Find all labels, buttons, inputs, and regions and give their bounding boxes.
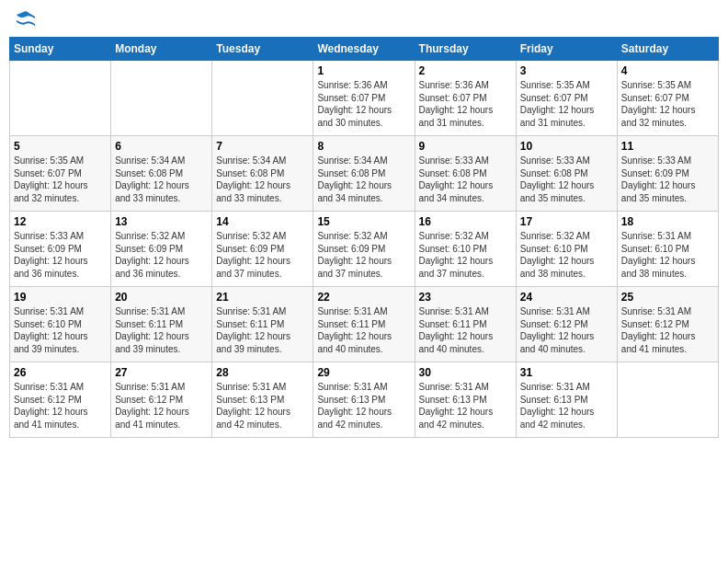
day-info: Sunrise: 5:34 AM Sunset: 6:08 PM Dayligh…: [115, 155, 208, 204]
calendar-cell: 19Sunrise: 5:31 AM Sunset: 6:10 PM Dayli…: [10, 287, 111, 362]
day-number: 11: [621, 140, 714, 153]
weekday-header-saturday: Saturday: [617, 38, 718, 61]
calendar-cell: 18Sunrise: 5:31 AM Sunset: 6:10 PM Dayli…: [617, 212, 718, 287]
week-row-3: 12Sunrise: 5:33 AM Sunset: 6:09 PM Dayli…: [10, 212, 719, 287]
day-number: 8: [317, 140, 410, 153]
day-info: Sunrise: 5:36 AM Sunset: 6:07 PM Dayligh…: [317, 79, 410, 129]
week-row-1: 1Sunrise: 5:36 AM Sunset: 6:07 PM Daylig…: [10, 61, 719, 136]
calendar-cell: 3Sunrise: 5:35 AM Sunset: 6:07 PM Daylig…: [516, 61, 617, 136]
day-number: 18: [621, 215, 714, 228]
day-number: 2: [419, 64, 512, 77]
day-number: 6: [115, 140, 208, 153]
day-number: 23: [419, 291, 512, 304]
calendar-header: [9, 9, 719, 31]
day-number: 28: [216, 366, 309, 379]
day-info: Sunrise: 5:31 AM Sunset: 6:12 PM Dayligh…: [520, 305, 613, 355]
calendar-cell: 28Sunrise: 5:31 AM Sunset: 6:13 PM Dayli…: [212, 362, 313, 438]
day-info: Sunrise: 5:31 AM Sunset: 6:13 PM Dayligh…: [520, 381, 613, 431]
calendar-cell: 5Sunrise: 5:35 AM Sunset: 6:07 PM Daylig…: [10, 136, 111, 212]
week-row-4: 19Sunrise: 5:31 AM Sunset: 6:10 PM Dayli…: [10, 287, 719, 362]
day-number: 3: [520, 64, 613, 77]
calendar-cell: 25Sunrise: 5:31 AM Sunset: 6:12 PM Dayli…: [617, 287, 718, 362]
day-number: 22: [317, 291, 410, 304]
weekday-header-thursday: Thursday: [415, 38, 516, 61]
calendar-thead: SundayMondayTuesdayWednesdayThursdayFrid…: [10, 38, 719, 61]
day-number: 5: [14, 140, 107, 153]
day-info: Sunrise: 5:33 AM Sunset: 6:08 PM Dayligh…: [520, 155, 613, 204]
day-number: 29: [317, 366, 410, 379]
day-number: 24: [520, 291, 613, 304]
day-number: 17: [520, 215, 613, 228]
day-number: 10: [520, 140, 613, 153]
calendar-cell: 14Sunrise: 5:32 AM Sunset: 6:09 PM Dayli…: [212, 212, 313, 287]
day-number: 31: [520, 366, 613, 379]
day-info: Sunrise: 5:32 AM Sunset: 6:10 PM Dayligh…: [520, 230, 613, 280]
calendar-cell: 24Sunrise: 5:31 AM Sunset: 6:12 PM Dayli…: [516, 287, 617, 362]
day-number: 20: [115, 291, 208, 304]
day-info: Sunrise: 5:32 AM Sunset: 6:09 PM Dayligh…: [216, 230, 309, 280]
day-info: Sunrise: 5:35 AM Sunset: 6:07 PM Dayligh…: [621, 79, 714, 129]
calendar-cell: 31Sunrise: 5:31 AM Sunset: 6:13 PM Dayli…: [516, 362, 617, 438]
day-number: 19: [14, 291, 107, 304]
day-number: 30: [419, 366, 512, 379]
day-number: 7: [216, 140, 309, 153]
calendar-cell: 9Sunrise: 5:33 AM Sunset: 6:08 PM Daylig…: [415, 136, 516, 212]
logo: [13, 9, 37, 31]
calendar-cell: 12Sunrise: 5:33 AM Sunset: 6:09 PM Dayli…: [10, 212, 111, 287]
calendar-tbody: 1Sunrise: 5:36 AM Sunset: 6:07 PM Daylig…: [10, 61, 719, 438]
day-info: Sunrise: 5:31 AM Sunset: 6:12 PM Dayligh…: [115, 381, 208, 431]
logo-icon: [15, 9, 37, 31]
calendar-cell: 8Sunrise: 5:34 AM Sunset: 6:08 PM Daylig…: [313, 136, 415, 212]
calendar-cell: 13Sunrise: 5:32 AM Sunset: 6:09 PM Dayli…: [111, 212, 212, 287]
calendar-cell: 15Sunrise: 5:32 AM Sunset: 6:09 PM Dayli…: [313, 212, 415, 287]
day-number: 13: [115, 215, 208, 228]
calendar-cell: 30Sunrise: 5:31 AM Sunset: 6:13 PM Dayli…: [415, 362, 516, 438]
day-number: 26: [14, 366, 107, 379]
day-number: 21: [216, 291, 309, 304]
calendar-cell: 6Sunrise: 5:34 AM Sunset: 6:08 PM Daylig…: [111, 136, 212, 212]
calendar-table: SundayMondayTuesdayWednesdayThursdayFrid…: [9, 37, 719, 438]
calendar-cell: [111, 61, 212, 136]
weekday-header-friday: Friday: [516, 38, 617, 61]
calendar-cell: 4Sunrise: 5:35 AM Sunset: 6:07 PM Daylig…: [617, 61, 718, 136]
day-info: Sunrise: 5:31 AM Sunset: 6:11 PM Dayligh…: [317, 305, 410, 355]
week-row-5: 26Sunrise: 5:31 AM Sunset: 6:12 PM Dayli…: [10, 362, 719, 438]
day-info: Sunrise: 5:33 AM Sunset: 6:08 PM Dayligh…: [419, 155, 512, 204]
day-info: Sunrise: 5:31 AM Sunset: 6:13 PM Dayligh…: [419, 381, 512, 431]
weekday-header-monday: Monday: [111, 38, 212, 61]
weekday-header-row: SundayMondayTuesdayWednesdayThursdayFrid…: [10, 38, 719, 61]
day-info: Sunrise: 5:31 AM Sunset: 6:13 PM Dayligh…: [317, 381, 410, 431]
calendar-cell: 22Sunrise: 5:31 AM Sunset: 6:11 PM Dayli…: [313, 287, 415, 362]
calendar-cell: 16Sunrise: 5:32 AM Sunset: 6:10 PM Dayli…: [415, 212, 516, 287]
week-row-2: 5Sunrise: 5:35 AM Sunset: 6:07 PM Daylig…: [10, 136, 719, 212]
weekday-header-sunday: Sunday: [10, 38, 111, 61]
calendar-cell: 23Sunrise: 5:31 AM Sunset: 6:11 PM Dayli…: [415, 287, 516, 362]
day-info: Sunrise: 5:31 AM Sunset: 6:11 PM Dayligh…: [115, 305, 208, 355]
day-number: 4: [621, 64, 714, 77]
day-number: 12: [14, 215, 107, 228]
day-number: 25: [621, 291, 714, 304]
day-info: Sunrise: 5:36 AM Sunset: 6:07 PM Dayligh…: [419, 79, 512, 129]
day-info: Sunrise: 5:33 AM Sunset: 6:09 PM Dayligh…: [14, 230, 107, 280]
day-number: 16: [419, 215, 512, 228]
day-number: 1: [317, 64, 410, 77]
day-number: 27: [115, 366, 208, 379]
day-info: Sunrise: 5:31 AM Sunset: 6:10 PM Dayligh…: [14, 305, 107, 355]
calendar-cell: 26Sunrise: 5:31 AM Sunset: 6:12 PM Dayli…: [10, 362, 111, 438]
day-info: Sunrise: 5:31 AM Sunset: 6:12 PM Dayligh…: [621, 305, 714, 355]
day-number: 14: [216, 215, 309, 228]
calendar-cell: 17Sunrise: 5:32 AM Sunset: 6:10 PM Dayli…: [516, 212, 617, 287]
calendar-cell: 10Sunrise: 5:33 AM Sunset: 6:08 PM Dayli…: [516, 136, 617, 212]
day-number: 9: [419, 140, 512, 153]
calendar-cell: [212, 61, 313, 136]
calendar-cell: 11Sunrise: 5:33 AM Sunset: 6:09 PM Dayli…: [617, 136, 718, 212]
calendar-cell: 21Sunrise: 5:31 AM Sunset: 6:11 PM Dayli…: [212, 287, 313, 362]
day-info: Sunrise: 5:32 AM Sunset: 6:09 PM Dayligh…: [115, 230, 208, 280]
calendar-cell: 7Sunrise: 5:34 AM Sunset: 6:08 PM Daylig…: [212, 136, 313, 212]
weekday-header-wednesday: Wednesday: [313, 38, 415, 61]
day-info: Sunrise: 5:32 AM Sunset: 6:09 PM Dayligh…: [317, 230, 410, 280]
weekday-header-tuesday: Tuesday: [212, 38, 313, 61]
day-info: Sunrise: 5:31 AM Sunset: 6:11 PM Dayligh…: [419, 305, 512, 355]
calendar-cell: 29Sunrise: 5:31 AM Sunset: 6:13 PM Dayli…: [313, 362, 415, 438]
day-info: Sunrise: 5:35 AM Sunset: 6:07 PM Dayligh…: [14, 155, 107, 204]
